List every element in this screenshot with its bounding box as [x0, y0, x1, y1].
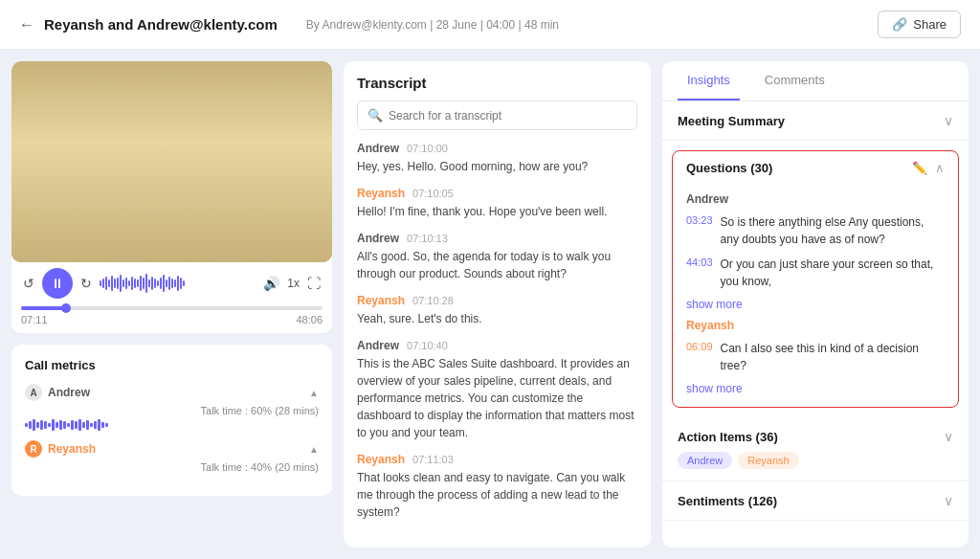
a-wave: [40, 420, 43, 430]
wave-bar: [100, 280, 101, 286]
search-box[interactable]: 🔍: [357, 101, 637, 130]
a-wave: [44, 421, 47, 429]
q-time-1[interactable]: 03:23: [686, 214, 713, 226]
author-andrew-3: Andrew: [357, 232, 399, 245]
andrew-talk-time-row: Talk time : 60% (28 mins): [25, 405, 319, 416]
andrew-collapse-arrow[interactable]: ▲: [309, 388, 319, 398]
wave-bar: [111, 276, 113, 291]
time-5: 07:10:40: [407, 340, 448, 351]
wave-bar: [148, 280, 150, 287]
a-wave: [52, 419, 55, 431]
avatar-reyansh: R: [25, 440, 42, 458]
time-3: 07:10:13: [407, 233, 448, 244]
a-wave: [29, 421, 32, 429]
chevron-up-icon[interactable]: ∧: [935, 161, 945, 175]
question-1: 03:23 So is there anything else Any ques…: [686, 213, 945, 248]
wave-bar: [160, 278, 162, 289]
forward-button[interactable]: ↻: [78, 274, 94, 293]
andrew-name-label: Andrew: [48, 386, 90, 399]
q-time-2[interactable]: 44:03: [686, 257, 713, 268]
edit-icon[interactable]: ✏️: [912, 161, 927, 175]
replay-button[interactable]: ↺: [21, 274, 36, 293]
chevron-down-icon: ∨: [944, 113, 953, 128]
action-items-chevron[interactable]: ∨: [944, 429, 953, 444]
progress-fill: [21, 306, 66, 310]
a-wave: [98, 419, 100, 431]
time-6: 07:11:03: [412, 454, 454, 465]
action-items-section: Action Items (36) ∨ Andrew Reyansh: [662, 417, 969, 481]
a-wave: [101, 422, 104, 428]
meeting-summary-section[interactable]: Meeting Summary ∨: [662, 101, 969, 141]
wave-bar: [177, 276, 179, 291]
wave-bar: [128, 280, 130, 286]
q-text-1: So is there anything else Any questions,…: [721, 213, 945, 248]
wave-bar: [102, 279, 104, 288]
search-input[interactable]: [389, 109, 627, 123]
message-3: Andrew 07:10:13 All's good. So, the agen…: [357, 232, 637, 282]
wave-bar: [108, 280, 110, 287]
author-reyansh-4: Reyansh: [357, 294, 405, 307]
time-4: 07:10:28: [412, 295, 454, 306]
metric-andrew: A Andrew ▲ Talk time : 60% (28 mins): [25, 384, 319, 431]
msg-text-3: All's good. So, the agenda for today is …: [357, 248, 637, 282]
wave-bar: [105, 277, 107, 290]
reyansh-name-label: Reyansh: [48, 442, 96, 456]
a-wave: [59, 420, 62, 430]
q-time-3[interactable]: 06:09: [686, 341, 713, 352]
share-icon: 🔗: [892, 17, 907, 32]
reyansh-talk-time: Talk time : 40% (20 mins): [201, 461, 319, 473]
message-5: Andrew 07:10:40 This is the ABC Sales Su…: [357, 339, 637, 441]
waveform: [100, 274, 256, 293]
msg-header-4: Reyansh 07:10:28: [357, 294, 637, 307]
msg-text-6: That looks clean and easy to navigate. C…: [357, 469, 637, 521]
wave-bar: [151, 277, 153, 290]
questions-reyansh-label: Reyansh: [686, 319, 945, 332]
author-andrew-5: Andrew: [357, 339, 399, 352]
time-1: 07:10:00: [407, 143, 448, 154]
call-metrics-title: Call metrics: [25, 358, 319, 372]
a-wave: [82, 422, 85, 428]
volume-button[interactable]: 🔊: [261, 274, 281, 293]
a-wave: [71, 420, 74, 430]
author-reyansh-6: Reyansh: [357, 453, 405, 466]
avatar-andrew: A: [25, 384, 42, 401]
wave-bar: [154, 279, 156, 288]
questions-header[interactable]: Questions (30) ✏️ ∧: [673, 151, 958, 185]
back-arrow-icon[interactable]: ←: [19, 16, 34, 34]
show-more-andrew[interactable]: show more: [686, 298, 945, 311]
tag-reyansh[interactable]: Reyansh: [738, 452, 798, 469]
share-button[interactable]: 🔗 Share: [878, 11, 961, 38]
search-icon: 🔍: [368, 108, 383, 123]
header-left: ← Reyansh and Andrew@klenty.com By Andre…: [19, 16, 878, 34]
call-metrics-card: Call metrics A Andrew ▲ Talk time : 60% …: [11, 345, 332, 496]
a-wave: [78, 419, 81, 431]
insights-panel: Insights Comments Meeting Summary ∨ Ques…: [662, 61, 969, 548]
background-curtain: [11, 61, 332, 262]
insights-content: Meeting Summary ∨ Questions (30) ✏️ ∧: [662, 101, 969, 548]
header: ← Reyansh and Andrew@klenty.com By Andre…: [0, 0, 980, 50]
andrew-talk-time: Talk time : 60% (28 mins): [201, 405, 319, 416]
video-player[interactable]: [11, 61, 332, 262]
wave-bar: [134, 279, 136, 288]
chevron-down-sentiments-icon: ∨: [944, 493, 953, 508]
tag-andrew[interactable]: Andrew: [678, 452, 732, 469]
video-card: ↺ ⏸ ↻: [11, 61, 332, 333]
wave-bar: [157, 280, 159, 286]
fullscreen-button[interactable]: ⛶: [305, 274, 323, 293]
msg-header-2: Reyansh 07:10:05: [357, 187, 637, 200]
speed-label[interactable]: 1x: [287, 277, 300, 290]
progress-track[interactable]: [21, 306, 323, 310]
reyansh-collapse-arrow[interactable]: ▲: [309, 444, 319, 455]
wave-bar: [122, 280, 124, 287]
tab-insights[interactable]: Insights: [678, 61, 740, 101]
play-pause-button[interactable]: ⏸: [42, 268, 73, 299]
progress-thumb: [61, 303, 71, 313]
wave-bar: [174, 280, 176, 287]
tab-comments[interactable]: Comments: [755, 61, 835, 101]
show-more-reyansh[interactable]: show more: [686, 382, 945, 395]
a-wave: [75, 421, 78, 429]
wave-bar: [143, 278, 145, 289]
wave-bar: [114, 279, 116, 288]
sentiments-section[interactable]: Sentiments (126) ∨: [662, 481, 969, 521]
author-andrew-1: Andrew: [357, 142, 399, 155]
